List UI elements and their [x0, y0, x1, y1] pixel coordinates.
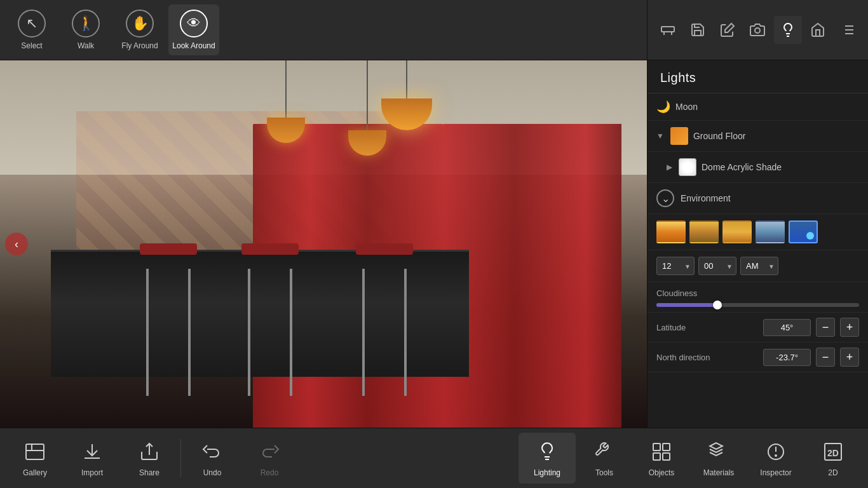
light-item-ground-floor[interactable]: ▼ Ground Floor — [648, 121, 868, 152]
environment-presets — [648, 214, 868, 250]
pendant-light-1 — [267, 60, 305, 143]
share-label: Share — [139, 468, 159, 477]
tools-btn[interactable]: Tools — [576, 433, 633, 484]
moon-icon: 🌙 — [656, 100, 670, 114]
light-item-dome-acrylic[interactable]: ▶ Dome Acrylic Shade — [648, 152, 868, 183]
latitude-plus-btn[interactable]: + — [840, 318, 859, 337]
svg-marker-3 — [725, 24, 734, 32]
inspector-btn[interactable]: Inspector — [747, 433, 804, 484]
import-label: Import — [81, 468, 103, 477]
env-preset-3[interactable] — [722, 220, 752, 243]
redo-icon — [257, 439, 282, 464]
import-icon — [79, 439, 105, 464]
svg-rect-17 — [653, 453, 660, 460]
share-btn[interactable]: Share — [121, 433, 178, 484]
dome-thumb — [679, 158, 696, 176]
north-direction-plus-btn[interactable]: + — [840, 348, 859, 367]
inspector-icon — [763, 439, 789, 464]
panel-paint-btn[interactable] — [714, 16, 742, 44]
latitude-label: Latitude — [656, 323, 758, 332]
fly-around-tool[interactable]: ✋ Fly Around — [114, 4, 165, 55]
select-icon: ↖ — [18, 10, 46, 37]
north-direction-minus-btn[interactable]: − — [816, 348, 835, 367]
redo-label: Redo — [261, 468, 279, 477]
inspector-label: Inspector — [760, 468, 791, 477]
panel-save-btn[interactable] — [684, 16, 712, 44]
undo-btn[interactable]: Undo — [184, 433, 241, 484]
north-direction-row: North direction − + — [648, 342, 868, 372]
cloudiness-thumb[interactable] — [713, 301, 722, 309]
env-preset-4[interactable] — [756, 220, 785, 243]
stool-1 — [140, 243, 197, 396]
stool-2 — [241, 243, 299, 396]
look-around-icon: 👁 — [180, 10, 208, 37]
walk-tool[interactable]: 🚶 Walk — [60, 4, 111, 55]
latitude-input[interactable] — [763, 319, 811, 336]
svg-text:2D: 2D — [827, 448, 839, 458]
hour-select[interactable]: 12123 4567 891011 — [656, 257, 695, 275]
cloudiness-slider[interactable] — [656, 303, 859, 307]
objects-icon — [649, 439, 674, 464]
tools-icon — [592, 439, 617, 464]
import-btn[interactable]: Import — [64, 433, 121, 484]
lights-title: Lights — [648, 60, 868, 93]
gallery-btn[interactable]: Gallery — [6, 433, 64, 484]
walk-label: Walk — [78, 41, 94, 50]
panel-camera-btn[interactable] — [743, 16, 771, 44]
look-around-tool[interactable]: 👁 Look Around — [168, 4, 219, 55]
panel-light-btn[interactable] — [774, 16, 802, 44]
env-preset-2[interactable] — [689, 220, 719, 243]
dome-label: Dome Acrylic Shade — [702, 162, 782, 172]
minute-select[interactable]: 00153045 — [698, 257, 736, 275]
lights-panel: Lights 🌙 Moon ▼ Ground Floor ▶ Dome Acry… — [648, 60, 868, 428]
moon-label: Moon — [675, 102, 698, 112]
undo-label: Undo — [203, 468, 222, 477]
ground-floor-arrow: ▼ — [656, 132, 664, 140]
panel-icons-bar — [648, 0, 868, 60]
env-preset-1[interactable] — [656, 220, 686, 243]
cloudiness-fill — [656, 303, 717, 307]
lighting-label: Lighting — [534, 468, 560, 477]
svg-point-20 — [775, 455, 776, 456]
ground-floor-thumb — [670, 127, 688, 145]
period-select[interactable]: AMPM — [740, 257, 778, 275]
environment-header[interactable]: ⌄ Environment — [648, 183, 868, 214]
objects-btn[interactable]: Objects — [633, 433, 690, 484]
cloudiness-label: Cloudiness — [656, 288, 859, 298]
svg-rect-15 — [663, 444, 670, 451]
gallery-label: Gallery — [23, 468, 47, 477]
latitude-minus-btn[interactable]: − — [816, 318, 835, 337]
materials-btn[interactable]: Materials — [690, 433, 747, 484]
look-around-label: Look Around — [172, 41, 215, 50]
top-toolbar: ↖ Select 🚶 Walk ✋ Fly Around 👁 Look Arou… — [0, 0, 647, 60]
gallery-icon — [22, 439, 48, 464]
light-item-moon[interactable]: 🌙 Moon — [648, 93, 868, 121]
minute-select-wrapper: 00153045 — [698, 257, 736, 275]
undo-icon — [200, 439, 225, 464]
pendant-light-2 — [348, 60, 386, 156]
ground-floor-label: Ground Floor — [693, 131, 745, 141]
lighting-btn[interactable]: Lighting — [519, 433, 576, 484]
nav-left-arrow[interactable]: ‹ — [5, 233, 28, 255]
env-preset-5[interactable] — [789, 220, 818, 243]
twod-btn[interactable]: 2D 2D — [804, 433, 862, 484]
twod-icon: 2D — [820, 439, 846, 464]
svg-rect-14 — [653, 444, 660, 451]
hour-select-wrapper: 12123 4567 891011 — [656, 257, 695, 275]
select-label: Select — [21, 41, 42, 50]
time-controls: 12123 4567 891011 00153045 AMPM — [648, 250, 868, 282]
svg-point-4 — [755, 28, 760, 33]
objects-label: Objects — [649, 468, 675, 477]
materials-label: Materials — [703, 468, 735, 477]
tools-label: Tools — [595, 468, 613, 477]
panel-furniture-btn[interactable] — [654, 16, 682, 44]
environment-label: Environment — [681, 193, 731, 203]
panel-list-btn[interactable] — [834, 16, 862, 44]
walk-icon: 🚶 — [72, 10, 100, 37]
redo-btn[interactable]: Redo — [241, 433, 298, 484]
north-direction-input[interactable] — [763, 349, 811, 366]
panel-home-btn[interactable] — [804, 16, 832, 44]
viewport: ‹ — [0, 60, 647, 428]
environment-chevron-icon: ⌄ — [656, 189, 674, 207]
select-tool[interactable]: ↖ Select — [6, 4, 57, 55]
